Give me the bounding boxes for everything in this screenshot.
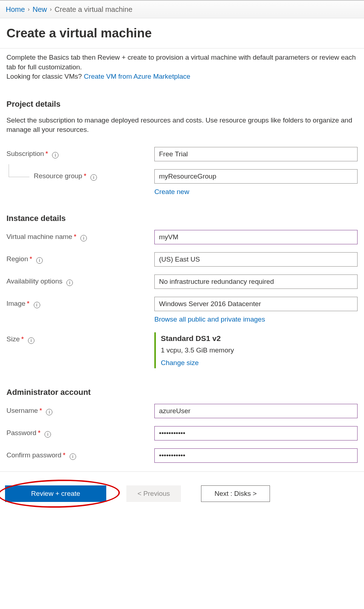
info-icon[interactable]: i: [45, 431, 51, 438]
vmname-input[interactable]: [154, 230, 358, 244]
required-icon: *: [63, 451, 65, 459]
breadcrumb: Home › New › Create a virtual machine: [0, 0, 364, 18]
size-name: Standard DS1 v2: [161, 333, 358, 343]
info-icon[interactable]: i: [80, 235, 87, 241]
intro-line2-pre: Looking for classic VMs?: [6, 73, 84, 80]
info-icon[interactable]: i: [70, 453, 76, 460]
info-icon[interactable]: i: [28, 337, 34, 344]
breadcrumb-new[interactable]: New: [33, 4, 47, 14]
footer: Review + create < Previous Next : Disks …: [0, 472, 364, 516]
username-input[interactable]: [154, 404, 358, 418]
confirm-password-label: Confirm password* i: [6, 448, 154, 460]
size-label: Size* i: [6, 332, 154, 344]
intro-text: Complete the Basics tab then Review + cr…: [6, 53, 358, 82]
resource-group-select[interactable]: [154, 169, 358, 184]
required-icon: *: [74, 233, 76, 240]
confirm-password-input[interactable]: [154, 448, 358, 463]
project-desc: Select the subscription to manage deploy…: [6, 116, 358, 135]
info-icon[interactable]: i: [46, 409, 52, 415]
chevron-right-icon: ›: [50, 5, 52, 13]
password-input[interactable]: [154, 426, 358, 440]
username-label: Username* i: [6, 404, 154, 416]
required-icon: *: [46, 150, 48, 157]
region-label: Region* i: [6, 252, 154, 264]
image-select[interactable]: [154, 297, 358, 311]
review-create-button[interactable]: Review + create: [5, 485, 106, 502]
availability-select[interactable]: [154, 274, 358, 289]
subscription-label: Subscription* i: [6, 147, 154, 159]
section-admin-account: Administrator account: [6, 387, 358, 398]
password-label: Password* i: [6, 426, 154, 438]
chevron-right-icon: ›: [28, 5, 29, 13]
previous-button[interactable]: < Previous: [126, 485, 181, 502]
page-title: Create a virtual machine: [6, 24, 358, 42]
size-card: Standard DS1 v2 1 vcpu, 3.5 GiB memory C…: [154, 332, 358, 369]
availability-label: Availability options i: [6, 274, 154, 286]
intro-line1: Complete the Basics tab then Review + cr…: [6, 53, 358, 72]
vmname-label: Virtual machine name* i: [6, 230, 154, 242]
image-label: Image* i: [6, 297, 154, 309]
create-new-link[interactable]: Create new: [154, 187, 189, 197]
required-icon: *: [21, 335, 24, 343]
breadcrumb-current: Create a virtual machine: [55, 4, 132, 14]
required-icon: *: [38, 429, 40, 437]
required-icon: *: [84, 172, 86, 180]
browse-images-link[interactable]: Browse all public and private images: [154, 315, 265, 324]
section-instance-details: Instance details: [6, 213, 358, 224]
info-icon[interactable]: i: [34, 302, 40, 308]
section-project-details: Project details: [6, 99, 358, 110]
info-icon[interactable]: i: [52, 152, 59, 158]
size-spec: 1 vcpu, 3.5 GiB memory: [161, 346, 358, 355]
required-icon: *: [39, 407, 42, 414]
required-icon: *: [27, 300, 29, 307]
marketplace-link[interactable]: Create VM from Azure Marketplace: [84, 73, 190, 80]
info-icon[interactable]: i: [90, 174, 97, 181]
next-button[interactable]: Next : Disks >: [201, 485, 270, 502]
tree-connector-icon: [9, 164, 29, 177]
breadcrumb-home[interactable]: Home: [6, 4, 25, 14]
region-select[interactable]: [154, 252, 358, 267]
change-size-link[interactable]: Change size: [161, 358, 199, 368]
info-icon[interactable]: i: [36, 257, 43, 264]
required-icon: *: [29, 255, 32, 263]
subscription-select[interactable]: [154, 147, 358, 161]
info-icon[interactable]: i: [66, 280, 73, 286]
resource-group-label: Resource group: [34, 172, 82, 180]
